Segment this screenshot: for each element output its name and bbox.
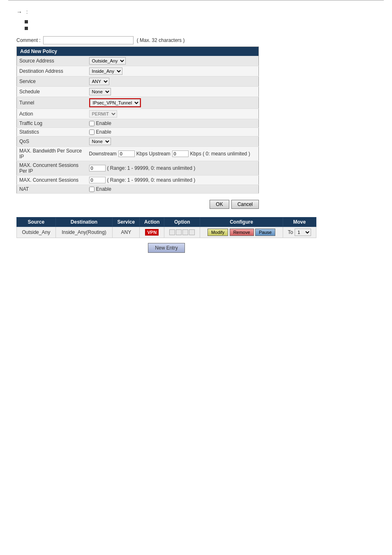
nat-value: Enable	[87, 185, 259, 194]
comment-hint: ( Max. 32 characters )	[137, 37, 185, 43]
statistics-row: Statistics Enable	[17, 128, 259, 136]
schedule-label: Schedule	[17, 87, 87, 97]
row-move: To 1	[283, 227, 316, 238]
action-select[interactable]: PERMIT	[89, 110, 117, 118]
traffic-log-enable-text: Enable	[96, 120, 111, 126]
statistics-enable-text: Enable	[96, 129, 111, 135]
tunnel-select-wrapper: IPsec_VPN_Tunnel	[89, 98, 141, 107]
qos-value: None	[87, 136, 259, 147]
schedule-select[interactable]: None	[89, 88, 111, 95]
statistics-label: Statistics	[17, 128, 87, 136]
service-select[interactable]: ANY	[89, 78, 109, 85]
nat-enable-text: Enable	[96, 186, 111, 192]
service-value: ANY	[87, 76, 259, 87]
sessions-hint: ( Range: 1 - 99999, 0: means unlimited )	[107, 177, 196, 183]
list-header-destination: Destination	[55, 217, 113, 227]
row-destination: Inside_Any(Routing)	[55, 227, 113, 238]
ok-button[interactable]: OK	[210, 200, 229, 209]
bullet-icon-2	[25, 27, 28, 30]
option-box-4	[189, 229, 195, 235]
downstream-input[interactable]	[118, 150, 135, 157]
max-bandwidth-row: MAX. Bandwidth Per Source IP Downstream …	[17, 147, 259, 161]
new-entry-button[interactable]: New Entry	[148, 243, 184, 253]
add-new-policy-form: Add New Policy Source Address Outside_An…	[16, 46, 259, 194]
vpn-badge: VPN	[145, 229, 159, 236]
row-service: ANY	[113, 227, 140, 238]
upstream-input[interactable]	[172, 150, 189, 157]
remove-button[interactable]: Remove	[230, 229, 254, 236]
form-header-title: Add New Policy	[17, 47, 259, 56]
ok-cancel-area: OK Cancel	[16, 200, 259, 209]
service-label: Service	[17, 76, 87, 87]
list-header-move: Move	[283, 217, 316, 227]
destination-address-row: Destination Address Inside_Any	[17, 66, 259, 76]
destination-address-select[interactable]: Inside_Any	[89, 67, 122, 75]
downstream-label: Downstream	[89, 151, 117, 157]
kbps-upstream-label: Kbps Upstream	[136, 151, 171, 157]
qos-row: QoS None	[17, 136, 259, 147]
sessions-input[interactable]	[89, 177, 106, 183]
policy-list-table: Source Destination Service Action Option…	[16, 217, 316, 238]
action-row: Action PERMIT	[17, 109, 259, 119]
sessions-per-ip-input[interactable]	[89, 165, 106, 171]
table-row: Outside_Any Inside_Any(Routing) ANY VPN …	[17, 227, 316, 238]
max-bandwidth-label: MAX. Bandwidth Per Source IP	[17, 147, 87, 161]
row-configure: Modify Remove Pause	[200, 227, 283, 238]
move-to-label: To	[288, 229, 293, 235]
max-bandwidth-value: Downstream Kbps Upstream Kbps ( 0: means…	[87, 147, 259, 161]
nat-label: NAT	[17, 185, 87, 194]
qos-label: QoS	[17, 136, 87, 147]
max-sessions-per-ip-row: MAX. Concurrent Sessions Per IP ( Range:…	[17, 161, 259, 176]
source-address-label: Source Address	[17, 56, 87, 66]
source-address-value: Outside_Any	[87, 56, 259, 66]
tunnel-select[interactable]: IPsec_VPN_Tunnel	[90, 99, 140, 106]
list-header-row: Source Destination Service Action Option…	[17, 217, 316, 227]
new-entry-area: New Entry	[16, 243, 316, 253]
list-header-action: Action	[140, 217, 164, 227]
row-source: Outside_Any	[17, 227, 56, 238]
max-sessions-per-ip-label: MAX. Concurrent Sessions Per IP	[17, 161, 87, 176]
cancel-button[interactable]: Cancel	[231, 200, 259, 209]
modify-button[interactable]: Modify	[208, 229, 228, 236]
qos-select[interactable]: None	[89, 138, 111, 145]
service-row: Service ANY	[17, 76, 259, 87]
traffic-log-label: Traffic Log	[17, 119, 87, 128]
comment-label: Comment :	[16, 37, 41, 43]
nat-checkbox[interactable]	[89, 187, 95, 192]
list-header-source: Source	[17, 217, 56, 227]
statistics-checkbox[interactable]	[89, 130, 95, 135]
action-value: PERMIT	[87, 109, 259, 119]
source-address-select[interactable]: Outside_Any	[89, 57, 126, 65]
sessions-per-ip-hint: ( Range: 1 - 99999, 0: means unlimited )	[107, 165, 196, 171]
traffic-log-row: Traffic Log Enable	[17, 119, 259, 128]
comment-input[interactable]	[43, 36, 134, 44]
statistics-value: Enable	[87, 128, 259, 136]
list-header-option: Option	[164, 217, 200, 227]
max-sessions-per-ip-value: ( Range: 1 - 99999, 0: means unlimited )	[87, 161, 259, 176]
option-box-2	[176, 229, 182, 235]
traffic-log-value: Enable	[87, 119, 259, 128]
schedule-row: Schedule None	[17, 87, 259, 97]
max-sessions-label: MAX. Concurrent Sessions	[17, 176, 87, 185]
destination-address-value: Inside_Any	[87, 66, 259, 76]
traffic-log-checkbox[interactable]	[89, 121, 95, 126]
move-select[interactable]: 1	[295, 229, 311, 236]
option-box-1	[169, 229, 175, 235]
source-address-row: Source Address Outside_Any	[17, 56, 259, 66]
form-header-row: Add New Policy	[17, 47, 259, 56]
kbps-unlimited-label: Kbps ( 0: means unlimited )	[190, 151, 250, 157]
option-box-3	[182, 229, 188, 235]
arrow-icon: →	[16, 9, 22, 15]
tunnel-row: Tunnel IPsec_VPN_Tunnel	[17, 97, 259, 109]
row-action: VPN	[140, 227, 164, 238]
schedule-value: None	[87, 87, 259, 97]
tunnel-value: IPsec_VPN_Tunnel	[87, 97, 259, 109]
destination-address-label: Destination Address	[17, 66, 87, 76]
max-sessions-value: ( Range: 1 - 99999, 0: means unlimited )	[87, 176, 259, 185]
max-sessions-row: MAX. Concurrent Sessions ( Range: 1 - 99…	[17, 176, 259, 185]
pause-button[interactable]: Pause	[255, 229, 275, 236]
colon-separator: :	[26, 9, 28, 15]
list-header-service: Service	[113, 217, 140, 227]
nat-row: NAT Enable	[17, 185, 259, 194]
bullet-icon-1	[25, 20, 28, 23]
